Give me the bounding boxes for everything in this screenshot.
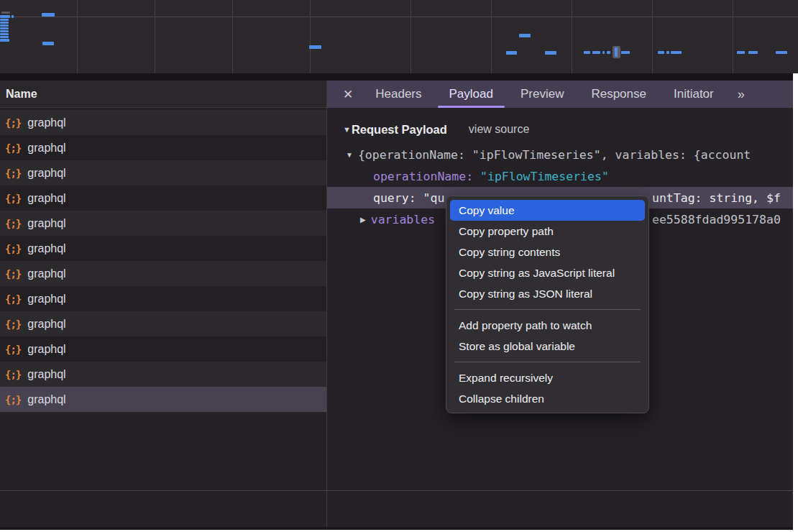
menu-item-expand-recursively[interactable]: Expand recursively <box>446 367 648 388</box>
waterfall-bar <box>0 22 9 24</box>
menu-item-copy-value[interactable]: Copy value <box>450 200 645 221</box>
waterfall-bar <box>592 51 600 54</box>
json-braces-icon: {;} <box>5 218 21 229</box>
json-braces-icon: {;} <box>5 369 21 380</box>
request-row-8[interactable]: {;}graphql <box>0 286 326 311</box>
waterfall-bar <box>519 34 531 37</box>
tab-headers[interactable]: Headers <box>362 81 435 108</box>
waterfall-bar <box>0 36 9 38</box>
request-name: graphql <box>27 318 65 331</box>
request-row-5[interactable]: {;}graphql <box>0 211 326 236</box>
request-row-10[interactable]: {;}graphql <box>0 336 326 362</box>
waterfall-bar <box>309 45 321 49</box>
overview-bottom-border <box>0 73 793 81</box>
menu-item-store-as-global-variable[interactable]: Store as global variable <box>446 336 648 357</box>
payload-operationname-row[interactable]: operationName: "ipFlowTimeseries" <box>327 165 793 187</box>
tab-preview[interactable]: Preview <box>507 81 577 108</box>
request-name: graphql <box>27 242 65 255</box>
network-overview-timeline[interactable] <box>0 0 798 73</box>
waterfall-bar <box>658 51 664 54</box>
request-name: graphql <box>27 142 65 155</box>
request-name: graphql <box>27 368 65 381</box>
request-row-3[interactable]: {;}graphql <box>0 160 326 185</box>
waterfall-bar <box>42 42 54 45</box>
property-key: query: <box>373 191 416 205</box>
overview-gridline <box>572 0 572 73</box>
view-source-link[interactable]: view source <box>469 123 529 136</box>
request-name: graphql <box>27 167 65 180</box>
overview-divider-line <box>0 17 798 17</box>
request-name: graphql <box>27 293 65 306</box>
request-row-11[interactable]: {;}graphql <box>0 362 326 387</box>
waterfall-bar <box>607 51 610 54</box>
request-row-4[interactable]: {;}graphql <box>0 185 326 211</box>
request-list-panel: Name {;}graphql {;}graphql {;}graphql {;… <box>0 81 327 527</box>
request-name: graphql <box>27 116 65 129</box>
tab-response[interactable]: Response <box>577 81 660 108</box>
waterfall-bar <box>506 51 517 55</box>
menu-item-copy-property-path[interactable]: Copy property path <box>446 221 648 242</box>
waterfall-bar <box>621 51 630 54</box>
request-row-1[interactable]: {;}graphql <box>0 110 326 135</box>
overview-gridline <box>77 0 78 73</box>
overview-gridline <box>411 0 411 73</box>
waterfall-bar <box>666 51 669 54</box>
menu-separator <box>454 362 641 362</box>
overview-gridline <box>733 0 733 73</box>
request-name: graphql <box>27 343 65 356</box>
waterfall-bar <box>748 51 758 54</box>
json-braces-icon: {;} <box>5 243 21 254</box>
request-name: graphql <box>27 267 65 280</box>
devtools-window: Name {;}graphql {;}graphql {;}graphql {;… <box>0 0 798 532</box>
menu-item-copy-string-contents[interactable]: Copy string contents <box>446 242 648 262</box>
json-braces-icon: {;} <box>5 293 21 305</box>
overview-gridline <box>232 0 233 73</box>
waterfall-bar <box>776 51 787 54</box>
waterfall-bar <box>12 15 14 18</box>
menu-item-copy-string-js-literal[interactable]: Copy string as JavaScript literal <box>446 262 648 283</box>
tab-payload[interactable]: Payload <box>436 81 507 108</box>
waterfall-bar <box>0 27 9 29</box>
waterfall-bar <box>671 51 682 54</box>
expand-triangle-icon[interactable]: ▼ <box>346 151 353 159</box>
menu-item-copy-string-json-literal[interactable]: Copy string as JSON literal <box>446 283 648 304</box>
waterfall-bar <box>0 30 9 32</box>
waterfall-bar <box>0 15 10 18</box>
request-row-2[interactable]: {;}graphql <box>0 135 326 160</box>
menu-item-collapse-children[interactable]: Collapse children <box>446 388 648 409</box>
request-payload-section-header[interactable]: ▼Request Payloadview source <box>343 119 529 139</box>
collapse-triangle-icon[interactable]: ▼ <box>343 125 351 134</box>
name-column-header[interactable]: Name <box>0 81 326 108</box>
menu-item-add-property-path-to-watch[interactable]: Add property path to watch <box>446 315 648 336</box>
json-braces-icon: {;} <box>5 344 21 355</box>
request-row-6[interactable]: {;}graphql <box>0 236 326 261</box>
json-braces-icon: {;} <box>5 268 21 280</box>
overview-gridline <box>491 0 492 73</box>
context-menu: Copy value Copy property path Copy strin… <box>446 196 649 413</box>
more-tabs-icon[interactable]: » <box>730 81 751 108</box>
query-value-continuation: untTag: string, $f <box>652 187 781 208</box>
waterfall-bar <box>602 51 605 54</box>
waterfall-bar <box>0 24 9 27</box>
request-name: graphql <box>27 192 65 205</box>
devtools-bottom-edge <box>0 527 793 530</box>
overview-gridline <box>310 0 311 73</box>
waterfall-bar <box>0 33 9 35</box>
close-icon[interactable]: ✕ <box>334 81 362 108</box>
json-braces-icon: {;} <box>5 318 21 330</box>
request-row-9[interactable]: {;}graphql <box>0 311 326 336</box>
request-row-7[interactable]: {;}graphql <box>0 261 326 286</box>
property-key: variables <box>371 213 435 226</box>
waterfall-bar <box>1 12 10 14</box>
request-name: graphql <box>27 393 65 406</box>
property-key: operationName: <box>373 170 473 183</box>
waterfall-bar <box>737 51 745 54</box>
tab-initiator[interactable]: Initiator <box>660 81 728 108</box>
expand-triangle-icon[interactable]: ▶ <box>360 216 366 224</box>
detail-tabbar: ✕ Headers Payload Preview Response Initi… <box>327 81 793 108</box>
menu-separator <box>454 309 641 310</box>
payload-root-row[interactable]: ▼{operationName: "ipFlowTimeseries", var… <box>327 144 793 165</box>
request-row-12-selected[interactable]: {;}graphql <box>0 387 326 412</box>
json-braces-icon: {;} <box>5 142 21 154</box>
json-braces-icon: {;} <box>5 117 21 129</box>
